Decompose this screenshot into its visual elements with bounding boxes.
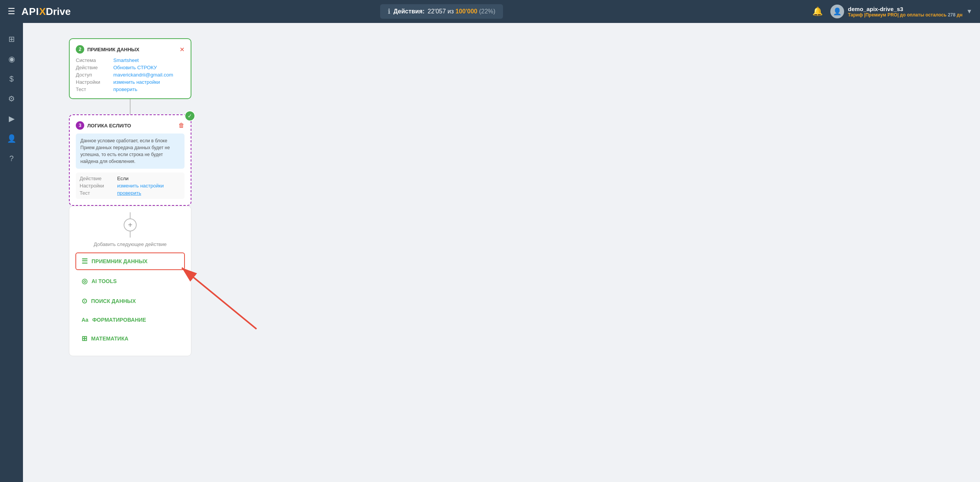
sidebar-item-youtube[interactable]: ▶: [3, 110, 20, 127]
format-label: ФОРМАТИРОВАНИЕ: [92, 317, 146, 323]
sidebar-item-dashboard[interactable]: ⊞: [3, 31, 20, 47]
card2-number: 2: [76, 45, 84, 54]
card2-value-access[interactable]: maverickandrii@gmail.com: [113, 72, 185, 78]
receiver-label: ПРИЕМНИК ДАННЫХ: [91, 258, 147, 264]
panel-connector-area: +: [75, 212, 185, 238]
logo-drive: Drive: [46, 6, 71, 18]
main-layout: ⊞ ◉ $ ⚙ ▶ 👤 ? 2 ПРИЕМНИК ДАННЫХ ✕: [0, 23, 980, 482]
card2-label-settings: Настройки: [76, 79, 110, 85]
logo-api: API: [21, 6, 39, 18]
card2-fields: Система Smartsheet Действие Обновить СТР…: [76, 57, 185, 92]
sidebar-item-billing[interactable]: $: [3, 70, 20, 87]
actions-counter: ℹ Действия: 22'057 из 100'000 (22%): [380, 4, 503, 19]
card2-label-system: Система: [76, 57, 110, 63]
panel-line-top: [130, 212, 131, 218]
top-header: ☰ API X Drive ℹ Действия: 22'057 из 100'…: [0, 0, 980, 23]
logic-card: ✓ 3 ЛОГИКА ЕСЛИ/ТО 🗑 Данное условие сраб…: [69, 114, 191, 206]
card2-title: ПРИЕМНИК ДАННЫХ: [87, 47, 180, 52]
card2-close-icon[interactable]: ✕: [180, 46, 185, 53]
add-action-panel: + Добавить следующее действие ☰ ПРИЕМНИК…: [69, 206, 191, 356]
workflow-column: 2 ПРИЕМНИК ДАННЫХ ✕ Система Smartsheet Д…: [69, 38, 191, 356]
sidebar-item-connections[interactable]: ◉: [3, 50, 20, 67]
actions-count: 22'057 из 100'000 (22%): [428, 8, 495, 15]
logic-header: 3 ЛОГИКА ЕСЛИ/ТО 🗑: [76, 121, 185, 130]
connector-line-top-1: [130, 99, 131, 107]
actions-label: Действия:: [394, 8, 425, 15]
card2-value-action[interactable]: Обновить СТРОКУ: [113, 65, 185, 70]
connector-line-bottom-1: [130, 107, 131, 114]
logic-delete-icon[interactable]: 🗑: [178, 122, 185, 129]
user-info: demo_apix-drive_s3 Тариф |Премиум PRO| д…: [848, 6, 962, 18]
card2-header: 2 ПРИЕМНИК ДАННЫХ ✕: [76, 45, 185, 54]
logic-number: 3: [76, 121, 84, 130]
card2-value-settings[interactable]: изменить настройки: [113, 79, 185, 85]
workflow-canvas: 2 ПРИЕМНИК ДАННЫХ ✕ Система Smartsheet Д…: [46, 38, 957, 459]
bell-icon[interactable]: 🔔: [812, 7, 823, 16]
math-icon: ⊞: [82, 334, 87, 343]
logic-check-badge: ✓: [185, 111, 195, 121]
card-receiver: 2 ПРИЕМНИК ДАННЫХ ✕ Система Smartsheet Д…: [69, 38, 191, 99]
card2-wrapper: 2 ПРИЕМНИК ДАННЫХ ✕ Система Smartsheet Д…: [69, 38, 191, 99]
logic-value-test[interactable]: проверить: [117, 190, 181, 196]
logo-x: X: [39, 6, 46, 18]
action-btn-math[interactable]: ⊞ МАТЕМАТИКА: [75, 330, 185, 347]
receiver-icon: ☰: [82, 257, 88, 265]
sidebar-item-settings[interactable]: ⚙: [3, 90, 20, 107]
ai-tools-label: AI TOOLS: [91, 278, 117, 284]
logic-description: Данное условие сработает, если в блоке П…: [76, 134, 185, 169]
logic-title: ЛОГИКА ЕСЛИ/ТО: [87, 123, 178, 129]
logic-value-settings[interactable]: изменить настройки: [117, 183, 181, 189]
card2-label-test: Тест: [76, 86, 110, 92]
sidebar-item-help[interactable]: ?: [3, 150, 20, 167]
logic-fields: Действие Если Настройки изменить настрой…: [76, 173, 185, 199]
header-left: ☰ API X Drive: [8, 6, 71, 18]
user-section: 👤 demo_apix-drive_s3 Тариф |Премиум PRO|…: [830, 5, 972, 18]
svg-line-1: [182, 268, 256, 329]
logic-label-test: Тест: [80, 190, 114, 196]
canvas-content: 2 ПРИЕМНИК ДАННЫХ ✕ Система Smartsheet Д…: [23, 23, 980, 482]
logic-label-action: Действие: [80, 176, 114, 181]
card2-value-test[interactable]: проверить: [113, 86, 185, 92]
panel-line-bottom: [130, 231, 131, 238]
sidebar: ⊞ ◉ $ ⚙ ▶ 👤 ?: [0, 23, 23, 482]
connector-1: +: [130, 99, 131, 114]
add-action-title: Добавить следующее действие: [75, 241, 185, 247]
chevron-down-icon[interactable]: ▼: [966, 8, 972, 15]
action-btn-ai-tools[interactable]: ◎ AI TOOLS: [75, 272, 185, 290]
sidebar-item-profile[interactable]: 👤: [3, 130, 20, 147]
connector-2: + Добавить следующее действие ☰ ПРИЕМНИК…: [69, 206, 191, 356]
math-label: МАТЕМАТИКА: [91, 335, 128, 342]
user-name: demo_apix-drive_s3: [848, 6, 962, 12]
logic-label-settings: Настройки: [80, 183, 114, 189]
avatar: 👤: [830, 5, 844, 18]
action-btn-search[interactable]: ⊙ ПОИСК ДАННЫХ: [75, 292, 185, 310]
card2-value-system[interactable]: Smartsheet: [113, 57, 185, 63]
logic-card-wrapper: ✓ 3 ЛОГИКА ЕСЛИ/ТО 🗑 Данное условие сраб…: [69, 114, 191, 206]
search-label: ПОИСК ДАННЫХ: [91, 298, 136, 304]
action-btn-format[interactable]: Aa ФОРМАТИРОВАНИЕ: [75, 312, 185, 327]
search-data-icon: ⊙: [82, 297, 87, 305]
card2-label-access: Доступ: [76, 72, 110, 78]
header-right: 🔔 👤 demo_apix-drive_s3 Тариф |Премиум PR…: [812, 5, 972, 18]
format-icon: Aa: [82, 317, 88, 323]
panel-add-btn[interactable]: +: [124, 218, 137, 231]
logic-value-action: Если: [117, 176, 181, 181]
logo: API X Drive: [21, 6, 71, 18]
user-plan: Тариф |Премиум PRO| до оплаты осталось 2…: [848, 12, 962, 18]
action-btn-receiver[interactable]: ☰ ПРИЕМНИК ДАННЫХ: [75, 252, 185, 270]
info-icon: ℹ: [388, 7, 390, 16]
ai-tools-icon: ◎: [82, 277, 88, 285]
card2-label-action: Действие: [76, 65, 110, 70]
hamburger-icon[interactable]: ☰: [8, 7, 15, 16]
